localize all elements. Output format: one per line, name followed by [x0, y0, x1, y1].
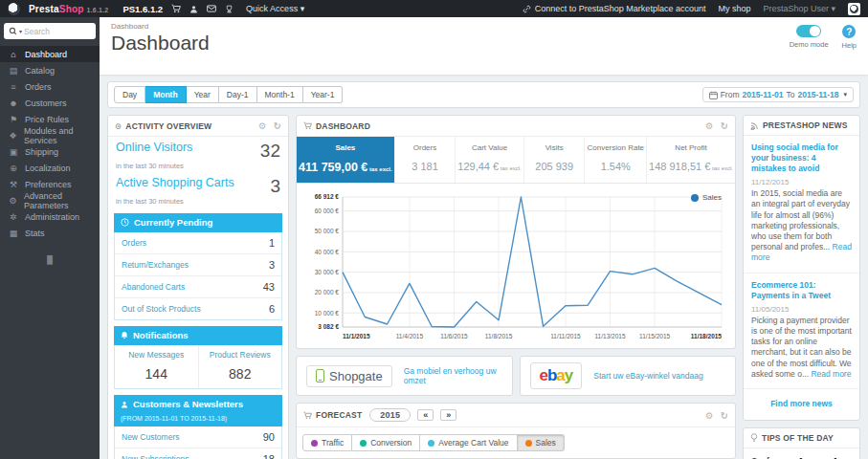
previous-year-button[interactable]: « [417, 409, 434, 421]
brand[interactable]: PrestaShop 1.6.1.2 [29, 4, 108, 14]
price-rules-icon: ⚑ [9, 115, 18, 124]
notification-new-messages[interactable]: New Messages144 [115, 345, 199, 388]
gear-icon[interactable]: ⚙ [258, 120, 267, 131]
article-title[interactable]: Ecommerce 101: Payments in a Tweet [751, 280, 852, 301]
filter-month-1-button[interactable]: Month-1 [257, 86, 303, 103]
kpi-label: Orders [397, 143, 454, 152]
forecast-toggle-traffic[interactable]: Traffic [302, 434, 352, 451]
marketplace-link[interactable]: Connect to PrestaShop Marketplace accoun… [523, 4, 706, 13]
shopgate-banner[interactable]: Shopgate Ga mobiel en verhoog uw omzet [296, 356, 513, 396]
mail-icon[interactable] [207, 5, 216, 12]
refresh-icon[interactable]: ↻ [721, 410, 728, 421]
pending-row[interactable]: Out of Stock Products6 [115, 298, 281, 319]
gear-icon[interactable]: ⚙ [705, 410, 714, 421]
filter-day-button[interactable]: Day [114, 86, 145, 103]
kpi-conversion-rate[interactable]: Conversion Rate1.54% [585, 137, 647, 183]
toggle-label: Conversion [370, 438, 412, 448]
read-more-link[interactable]: Read more [811, 369, 851, 379]
svg-text:11/4/2015: 11/4/2015 [396, 333, 424, 339]
to-date: 2015-11-18 [797, 90, 838, 99]
filter-year-button[interactable]: Year [187, 86, 219, 103]
stats-icon: ▦ [9, 229, 18, 238]
refresh-icon[interactable]: ↻ [274, 120, 281, 131]
forecast-year[interactable]: 2015 [369, 408, 411, 422]
sidebar-item-preferences[interactable]: ⚒Preferences [0, 176, 100, 192]
sidebar-item-dashboard[interactable]: ⌂Dashboard [0, 46, 100, 62]
help-button[interactable]: ? Help [842, 25, 857, 50]
sidebar-item-localization[interactable]: ⊕Localization [0, 160, 100, 176]
kpi-net-profit[interactable]: Net Profit148 918,51 € tax excl. [647, 137, 735, 183]
sidebar-item-modules-and-services[interactable]: ❖Modules and Services [0, 127, 100, 143]
sidebar-item-customers[interactable]: ☻Customers [0, 95, 100, 111]
ebay-link[interactable]: Start uw eBay-winkel vandaag [593, 371, 702, 381]
sidebar-item-catalog[interactable]: ▤Catalog [0, 62, 100, 78]
forecast-toggle-average-cart-value[interactable]: Average Cart Value [420, 434, 517, 451]
demo-mode-toggle[interactable]: Demo mode [790, 25, 829, 50]
user-avatar[interactable] [848, 3, 860, 15]
find-more-news-link[interactable]: Find more news [744, 389, 859, 420]
user-menu[interactable]: PrestaShop User ▾ [763, 4, 835, 13]
customers-row[interactable]: New Subscriptions18 [115, 448, 281, 459]
filter-day-1-button[interactable]: Day-1 [219, 86, 257, 103]
cart-icon[interactable] [171, 4, 181, 13]
pending-row[interactable]: Orders1 [115, 232, 281, 254]
kpi-cart-value[interactable]: Cart Value129,44 € tax excl. [456, 137, 524, 183]
kpi-value: 129,44 € tax excl. [457, 161, 522, 172]
refresh-icon[interactable]: ↻ [721, 120, 728, 131]
ebay-letter: a [556, 366, 564, 384]
news-panel-title: PRESTASHOP NEWS [763, 120, 848, 130]
prestashop-logo[interactable] [8, 3, 20, 15]
sidebar-item-shipping[interactable]: ▣Shipping [0, 143, 100, 160]
quick-access-menu[interactable]: Quick Access ▾ [246, 4, 304, 13]
toggle-on-icon[interactable] [796, 25, 821, 37]
collapse-sidebar-icon[interactable]: ▐▌ [0, 255, 100, 264]
customers-row[interactable]: New Customers90 [115, 426, 281, 448]
kpi-row: Sales411 759,00 € tax excl.Orders3 181Ca… [297, 137, 735, 184]
filter-year-1-button[interactable]: Year-1 [303, 86, 344, 103]
read-more-link[interactable]: Read more [751, 242, 852, 262]
user-icon[interactable] [189, 5, 198, 13]
kpi-sales[interactable]: Sales411 759,00 € tax excl. [297, 137, 395, 183]
search-input[interactable] [24, 27, 79, 36]
sidebar-item-stats[interactable]: ▦Stats [0, 225, 100, 241]
search-scope-caret-icon[interactable]: ▾ [19, 28, 22, 34]
kpi-orders[interactable]: Orders3 181 [395, 137, 456, 183]
traffic-dot [311, 440, 318, 447]
forecast-toggle-sales[interactable]: Sales [518, 434, 565, 451]
pending-value: 6 [269, 303, 275, 315]
pending-row[interactable]: Return/Exchanges3 [115, 254, 281, 276]
date-range-picker[interactable]: From 2015-11-01 To 2015-11-18 ▾ [702, 87, 854, 102]
sidebar-item-orders[interactable]: ≡Orders [0, 78, 100, 95]
sidebar-item-advanced-parameters[interactable]: ⚙Advanced Parameters [0, 192, 100, 208]
kpi-visits[interactable]: Visits205 939 [524, 137, 586, 183]
dashboard-panel: DASHBOARD ⚙↻ Sales411 759,00 € tax excl.… [296, 115, 736, 349]
ebay-banner[interactable]: ebay Start uw eBay-winkel vandaag [520, 356, 737, 396]
my-shop-link[interactable]: My shop [718, 4, 750, 13]
forecast-toggle-conversion[interactable]: Conversion [352, 434, 420, 451]
sidebar-item-label: Preferences [25, 180, 72, 189]
sidebar-item-price-rules[interactable]: ⚑Price Rules [0, 111, 100, 127]
shopgate-link[interactable]: Ga mobiel en verhoog uw omzet [404, 366, 502, 385]
active-carts-link[interactable]: Active Shopping Carts [116, 176, 234, 189]
gear-icon[interactable]: ⚙ [705, 120, 714, 131]
clock-icon [121, 218, 129, 227]
filter-month-button[interactable]: Month [145, 86, 187, 103]
pending-row[interactable]: Abandoned Carts43 [115, 276, 281, 298]
sidebar-item-label: Localization [25, 164, 71, 173]
shop-name[interactable]: PS1.6.1.2 [122, 4, 163, 14]
sidebar-search: ▾ [4, 23, 96, 39]
sidebar-menu: ⌂Dashboard▤Catalog≡Orders☻Customers⚑Pric… [0, 46, 100, 241]
trophy-icon[interactable] [225, 5, 234, 13]
online-visitors-link[interactable]: Online Visitors [116, 141, 192, 154]
svg-text:11/8/2015: 11/8/2015 [485, 333, 513, 339]
catalog-icon: ▤ [9, 66, 18, 76]
pending-value: 3 [269, 259, 275, 271]
notification-product-reviews[interactable]: Product Reviews882 [199, 345, 282, 388]
sales-dot [525, 440, 532, 447]
article-title[interactable]: Using social media for your business: 4 … [751, 142, 852, 174]
breadcrumb[interactable]: Dashboard [100, 17, 868, 31]
sidebar-item-administration[interactable]: ✲Administration [0, 208, 100, 225]
sales-chart-area: 66 912 €60 000 €50 000 €40 000 €30 000 €… [297, 184, 735, 348]
next-year-button[interactable]: » [440, 409, 456, 421]
phone-icon [316, 369, 324, 382]
